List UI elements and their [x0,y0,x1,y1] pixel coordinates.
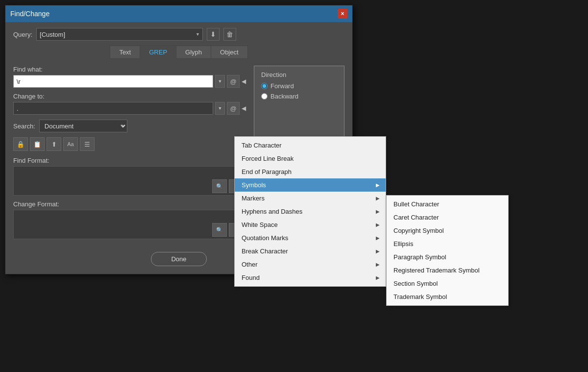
find-what-extra: ◀ [242,78,246,85]
toolbar-menu-icon[interactable]: ☰ [80,137,95,151]
dialog-title: Find/Change [10,10,49,18]
menu-item-white-space[interactable]: White Space ▶ [235,218,386,231]
find-format-label: Find Format: [13,157,246,164]
search-select-wrapper: Document [39,120,127,132]
find-what-dropdown-btn[interactable]: ▼ [215,75,225,88]
submenu-paragraph-symbol[interactable]: Paragraph Symbol [387,250,508,264]
find-what-label: Find what: [13,66,246,73]
menu-item-end-of-paragraph[interactable]: End of Paragraph [235,165,386,178]
search-select[interactable]: Document [39,120,127,132]
query-row: Query: [Custom] ⬇ 🗑 [13,28,344,41]
dialog-titlebar: Find/Change × [5,5,352,22]
toolbar-text-icon[interactable]: Aa [63,137,78,151]
submenu-ellipsis[interactable]: Ellipsis [387,237,508,250]
menu-item-forced-line-break[interactable]: Forced Line Break [235,152,386,165]
find-what-input-row: ▼ @ ◀ [13,75,246,88]
direction-backward-label: Backward [270,93,298,100]
menu-item-hyphens-dashes[interactable]: Hyphens and Dashes ▶ [235,205,386,218]
direction-forward-row: Forward [261,82,337,90]
menu-item-other-label: Other [242,261,258,268]
direction-backward-row: Backward [261,93,337,100]
direction-forward-radio[interactable] [261,83,268,89]
direction-backward-radio[interactable] [261,93,268,99]
query-select[interactable]: [Custom] [36,28,203,41]
menu-item-end-of-paragraph-label: End of Paragraph [242,168,292,175]
find-format-box: 🔍 🗑 [13,166,246,196]
markers-chevron-icon: ▶ [376,196,380,201]
submenu-section-symbol[interactable]: Section Symbol [387,277,508,290]
menu-item-found[interactable]: Found ▶ [235,271,386,284]
menu-container: Tab Character Forced Line Break End of P… [234,136,386,287]
menu-item-symbols-label: Symbols [242,181,266,189]
main-menu: Tab Character Forced Line Break End of P… [234,136,386,287]
change-format-label: Change Format: [13,200,246,208]
delete-query-button[interactable]: 🗑 [223,28,236,41]
symbols-submenu: Bullet Character Caret Character Copyrig… [386,195,509,306]
icon-toolbar: 🔒 📋 ⬆ Aa ☰ [13,137,246,151]
find-what-input[interactable] [13,75,213,88]
toolbar-layer-icon[interactable]: ⬆ [47,137,61,151]
find-format-search-btn[interactable]: 🔍 [212,179,227,193]
white-space-chevron-icon: ▶ [376,222,380,227]
tab-text[interactable]: Text [110,46,140,59]
toolbar-lock-icon[interactable]: 🔒 [13,137,28,151]
find-format-section: Find Format: 🔍 🗑 [13,157,246,196]
toolbar-copy-icon[interactable]: 📋 [30,137,45,151]
tab-grep[interactable]: GREP [140,46,176,59]
menu-item-found-label: Found [242,274,260,281]
change-to-label: Change to: [13,93,246,100]
menu-item-markers[interactable]: Markers ▶ [235,192,386,205]
change-to-row: Change to: ▼ @ ◀ [13,93,246,115]
submenu-trademark-symbol[interactable]: Trademark Symbol [387,290,508,303]
other-chevron-icon: ▶ [376,262,380,267]
submenu-bullet-character[interactable]: Bullet Character [387,198,508,211]
direction-title: Direction [261,71,337,78]
menu-item-white-space-label: White Space [242,221,278,228]
menu-item-quotation-marks[interactable]: Quotation Marks ▶ [235,231,386,245]
tab-object[interactable]: Object [211,46,248,59]
menu-item-break-character[interactable]: Break Character ▶ [235,245,386,258]
change-to-input[interactable] [13,102,213,115]
submenu-caret-character[interactable]: Caret Character [387,211,508,224]
query-label: Query: [13,31,32,38]
break-chevron-icon: ▶ [376,248,380,254]
direction-forward-label: Forward [270,82,294,90]
change-to-extra: ◀ [242,105,246,112]
found-chevron-icon: ▶ [376,275,380,280]
menu-item-other[interactable]: Other ▶ [235,258,386,271]
change-format-search-btn[interactable]: 🔍 [212,223,227,237]
menu-item-quotation-marks-label: Quotation Marks [242,234,288,242]
symbols-chevron-icon: ▶ [376,182,380,188]
close-button[interactable]: × [338,9,347,19]
change-to-dropdown-btn[interactable]: ▼ [215,102,225,115]
submenu-copyright-symbol[interactable]: Copyright Symbol [387,224,508,237]
menu-item-hyphens-dashes-label: Hyphens and Dashes [242,208,302,215]
save-query-button[interactable]: ⬇ [207,28,220,41]
find-what-at-btn[interactable]: @ [227,75,240,88]
submenu-registered-trademark[interactable]: Registered Trademark Symbol [387,264,508,277]
query-select-wrapper: [Custom] [36,28,203,41]
menu-item-markers-label: Markers [242,195,265,202]
menu-item-forced-line-break-label: Forced Line Break [242,155,294,162]
form-left: Find what: ▼ @ ◀ Change to: ▼ @ [13,66,246,244]
change-format-section: Change Format: 🔍 🗑 [13,200,246,239]
search-label: Search: [13,123,35,130]
search-row: Search: Document [13,120,246,132]
menu-item-break-character-label: Break Character [242,248,288,255]
change-to-at-btn[interactable]: @ [227,102,240,115]
tabs-row: Text GREP Glyph Object [13,46,344,59]
change-format-box: 🔍 🗑 [13,210,246,239]
done-button[interactable]: Done [151,252,206,266]
find-what-row: Find what: ▼ @ ◀ [13,66,246,88]
tab-glyph[interactable]: Glyph [176,46,211,59]
menu-item-symbols[interactable]: Symbols ▶ [235,178,386,192]
menu-item-tab-character-label: Tab Character [242,142,282,149]
change-to-input-row: ▼ @ ◀ [13,102,246,115]
menu-item-tab-character[interactable]: Tab Character [235,139,386,152]
quotation-chevron-icon: ▶ [376,235,380,241]
hyphens-chevron-icon: ▶ [376,209,380,214]
